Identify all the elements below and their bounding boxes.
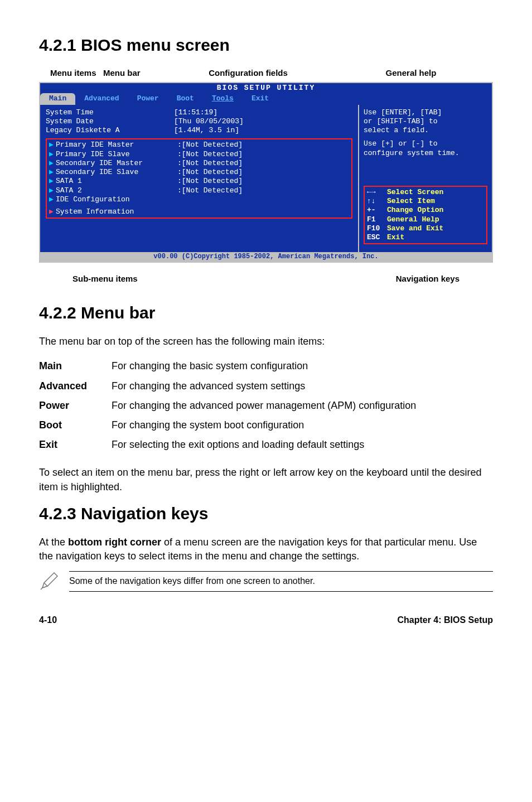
label-menu-items: Menu items	[50, 67, 96, 79]
key-arrows-ud: ↑↓	[367, 197, 387, 206]
def-term: Exit	[39, 435, 112, 455]
label-config-fields: Configuration fields	[167, 67, 329, 79]
help-line: Use [ENTER], [TAB]	[364, 108, 487, 117]
row-sata1-val: [Not Detected]	[182, 177, 243, 186]
submenu-arrow-icon: ▶	[49, 150, 56, 159]
submenu-arrow-icon: ▶	[49, 195, 56, 204]
tab-tools[interactable]: Tools	[203, 93, 243, 104]
def-term: Power	[39, 396, 112, 416]
key-arrows-lr: ←→	[367, 188, 387, 197]
tab-boot[interactable]: Boot	[168, 93, 203, 104]
section-4-2-3-body: At the bottom right corner of a menu scr…	[39, 535, 493, 563]
row-pis-val: [Not Detected]	[182, 150, 243, 159]
row-sysdate-value[interactable]: [Thu 08/05/2003]	[174, 117, 244, 126]
def-term: Boot	[39, 416, 112, 435]
def-desc: For changing the system boot configurati…	[112, 416, 416, 435]
key-f10: F10	[367, 224, 387, 233]
section-4-2-1-title: 4.2.1 BIOS menu screen	[39, 33, 493, 57]
section-4-2-2-title: 4.2.2 Menu bar	[39, 301, 493, 325]
help-line: Use [+] or [-] to	[364, 139, 487, 148]
row-sata2[interactable]: SATA 2	[56, 186, 177, 195]
bios-menubar[interactable]: Main Advanced Power Boot Tools Exit	[40, 93, 492, 104]
help-line: or [SHIFT-TAB] to	[364, 117, 487, 126]
note-text: Some of the navigation keys differ from …	[69, 571, 493, 591]
submenu-arrow-icon: ▶	[49, 177, 56, 186]
help-line: select a field.	[364, 126, 487, 135]
bios-title: BIOS SETUP UTILITY	[40, 83, 492, 93]
section-4-2-2-intro: The menu bar on top of the screen has th…	[39, 335, 493, 349]
row-pim-val: [Not Detected]	[182, 141, 243, 149]
key-desc: Select Item	[387, 197, 435, 205]
tab-exit[interactable]: Exit	[243, 93, 278, 104]
key-desc: Exit	[387, 233, 404, 241]
def-term: Advanced	[39, 376, 112, 396]
submenu-arrow-icon: ▶	[49, 141, 56, 149]
bios-help-pane: Use [ENTER], [TAB] or [SHIFT-TAB] to sel…	[358, 105, 492, 253]
text-frag: At the	[39, 537, 68, 548]
row-systime-value[interactable]: [11:51:19]	[174, 108, 217, 117]
row-legacy-label: Legacy Diskette A	[46, 126, 174, 135]
row-ses[interactable]: Secondary IDE Slave	[56, 168, 177, 177]
submenu-arrow-icon: ▶	[49, 168, 56, 177]
row-legacy-value[interactable]: [1.44M, 3.5 in]	[174, 126, 239, 135]
submenu-arrow-icon: ▶	[49, 186, 56, 195]
page-footer: 4-10 Chapter 4: BIOS Setup	[39, 614, 493, 626]
row-sem[interactable]: Secondary IDE Master	[56, 159, 177, 168]
row-sata2-val: [Not Detected]	[182, 186, 243, 195]
bios-figure: Menu items Menu bar Configuration fields…	[39, 67, 493, 284]
bios-window: BIOS SETUP UTILITY Main Advanced Power B…	[39, 82, 493, 263]
row-sysdate-label: System Date	[46, 117, 174, 126]
menu-bar-definitions: MainFor changing the basic system config…	[39, 356, 416, 455]
nav-keys-highlight-box: ←→Select Screen ↑↓Select Item +-Change O…	[364, 186, 487, 245]
key-desc: Select Screen	[387, 188, 443, 196]
label-general-help: General help	[329, 67, 493, 79]
section-4-2-3-title: 4.2.3 Navigation keys	[39, 502, 493, 525]
row-pim[interactable]: Primary IDE Master	[56, 141, 177, 149]
bios-footer: v00.00 (C)Copyright 1985-2002, American …	[40, 252, 492, 262]
key-esc: ESC	[367, 233, 387, 242]
figure-bottom-labels: Sub-menu items Navigation keys	[39, 273, 493, 284]
row-sata1[interactable]: SATA 1	[56, 177, 177, 186]
row-systime-label: System Time	[46, 108, 174, 117]
key-desc: Change Option	[387, 206, 443, 214]
row-pis[interactable]: Primary IDE Slave	[56, 150, 177, 159]
row-idec[interactable]: IDE Configuration	[56, 195, 177, 204]
label-navigation-keys: Navigation keys	[195, 273, 493, 284]
label-submenu-items: Sub-menu items	[39, 273, 195, 284]
label-menu-bar: Menu bar	[103, 67, 141, 79]
bios-left-pane: System Time[11:51:19] System Date[Thu 08…	[40, 105, 358, 253]
def-desc: For changing the basic system configurat…	[112, 356, 416, 376]
chapter-label: Chapter 4: BIOS Setup	[397, 614, 493, 626]
submenu-arrow-icon: ▶	[49, 159, 56, 168]
note-block: Some of the navigation keys differ from …	[39, 571, 493, 591]
row-sysinfo[interactable]: System Information	[56, 207, 177, 216]
key-plusminus: +-	[367, 206, 387, 215]
def-desc: For changing the advanced system setting…	[112, 376, 416, 396]
help-line: configure system time.	[364, 149, 487, 158]
section-4-2-2-outro: To select an item on the menu bar, press…	[39, 466, 493, 494]
def-term: Main	[39, 356, 112, 376]
tab-advanced[interactable]: Advanced	[75, 93, 128, 104]
def-desc: For changing the advanced power manageme…	[112, 396, 416, 416]
tab-main[interactable]: Main	[40, 93, 75, 104]
submenu-arrow-icon: ▶	[49, 207, 56, 216]
figure-top-labels: Menu items Menu bar Configuration fields…	[39, 67, 493, 79]
tab-power[interactable]: Power	[128, 93, 168, 104]
key-f1: F1	[367, 215, 387, 224]
text-bold: bottom right corner	[68, 537, 161, 548]
page-number: 4-10	[39, 614, 57, 626]
row-ses-val: [Not Detected]	[182, 168, 243, 177]
key-desc: General Help	[387, 215, 439, 224]
submenu-highlight-box: ▶Primary IDE Master: [Not Detected] ▶Pri…	[46, 138, 352, 219]
row-sem-val: [Not Detected]	[182, 159, 243, 168]
def-desc: For selecting the exit options and loadi…	[112, 435, 416, 455]
pencil-icon	[39, 571, 59, 591]
key-desc: Save and Exit	[387, 224, 443, 233]
